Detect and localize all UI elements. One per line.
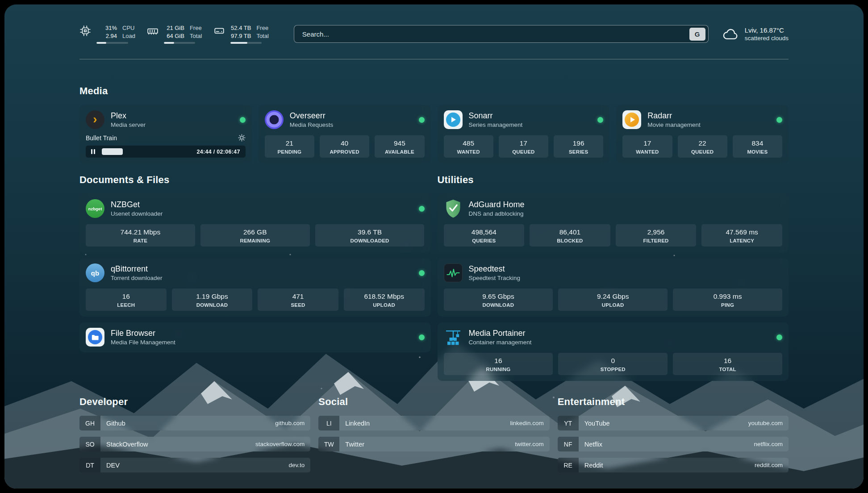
stat-seed: 471 SEED	[258, 288, 338, 311]
service-card-nzbget[interactable]: nzbget NZBGet Usenet downloader 744.21 M…	[79, 194, 431, 252]
section-title-media: Media	[79, 85, 789, 97]
sonarr-icon	[444, 110, 463, 129]
service-subtitle: Media Requests	[290, 121, 334, 128]
service-subtitle: Speedtest Tracking	[469, 275, 521, 281]
ram-icon	[147, 25, 159, 37]
stat-queued: 17 QUEUED	[499, 135, 548, 158]
cpu-chip-icon	[79, 25, 91, 37]
search-input[interactable]	[301, 30, 689, 38]
section-title-entertainment: Entertainment	[558, 396, 789, 408]
service-card-qbittorrent[interactable]: qb qBittorrent Torrent downloader 16 LEE…	[79, 258, 431, 317]
service-card-plex[interactable]: › Plex Media server Bullet Train	[79, 105, 252, 163]
memory-total: 64 GiB	[164, 32, 184, 40]
bookmark-stackoverflow[interactable]: SO StackOverflow stackoverflow.com	[79, 437, 310, 451]
section-title-utilities: Utilities	[438, 174, 789, 186]
bookmark-url: reddit.com	[755, 458, 789, 472]
file-browser-icon	[86, 328, 104, 347]
bookmark-url: linkedin.com	[510, 416, 550, 430]
section-title-social: Social	[318, 396, 549, 408]
search-provider-button[interactable]: G	[689, 28, 705, 41]
service-name: Speedtest	[469, 264, 521, 274]
status-dot	[240, 117, 246, 123]
bookmark-abbr: GH	[79, 416, 100, 430]
section-media: Media › Plex Media server Bullet Train	[79, 85, 789, 163]
topbar-divider	[79, 59, 789, 59]
service-subtitle: DNS and adblocking	[469, 210, 525, 217]
disk-usage-fill	[230, 42, 247, 44]
weather-condition: scattered clouds	[745, 34, 789, 42]
stat-approved: 40 APPROVED	[320, 135, 369, 158]
bookmark-reddit[interactable]: RE Reddit reddit.com	[558, 458, 789, 472]
bookmark-linkedin[interactable]: LI LinkedIn linkedin.com	[318, 416, 549, 430]
section-utilities: Utilities	[438, 174, 789, 381]
status-dot	[419, 334, 425, 340]
bookmark-abbr: YT	[558, 416, 579, 430]
pause-icon[interactable]	[91, 146, 95, 158]
bookmark-name: DEV	[100, 458, 289, 472]
service-card-sonarr[interactable]: Sonarr Series management 485 WANTED 17 Q…	[438, 105, 610, 163]
hard-drive-icon	[213, 25, 225, 37]
topbar: 31% 2.94 CPU Load	[79, 24, 789, 44]
section-documents: Documents & Files nzbget NZBGet Usenet d…	[79, 174, 431, 381]
service-name: NZBGet	[111, 200, 163, 209]
stat-total: 16 TOTAL	[673, 353, 782, 375]
stat-filtered: 2,956 FILTERED	[616, 224, 697, 246]
service-card-media-portainer[interactable]: Media Portainer Container management 16 …	[438, 322, 789, 381]
service-card-radarr[interactable]: Radarr Movie management 17 WANTED 22 QUE…	[616, 105, 789, 163]
service-card-file-browser[interactable]: File Browser Media File Management	[79, 322, 431, 352]
disk-label-bottom: Total	[256, 32, 268, 40]
bookmark-name: Twitter	[339, 437, 515, 451]
service-subtitle: Container management	[469, 339, 532, 346]
dashboard: 31% 2.94 CPU Load	[4, 4, 864, 489]
bookmark-abbr: TW	[318, 437, 339, 451]
service-card-overseerr[interactable]: Overseerr Media Requests 21 PENDING 40 A…	[259, 105, 431, 163]
stat-running: 16 RUNNING	[444, 353, 553, 375]
status-dot	[419, 270, 425, 276]
bookmark-url: netflix.com	[754, 437, 789, 451]
page-content: 31% 2.94 CPU Load	[4, 4, 864, 489]
stat-queries: 498,564 QUERIES	[444, 224, 525, 246]
stat-remaining: 266 GB REMAINING	[200, 224, 310, 246]
section-title-documents: Documents & Files	[79, 174, 431, 186]
memory-label-bottom: Total	[190, 32, 202, 40]
stat-wanted: 485 WANTED	[444, 135, 493, 158]
cpu-widget: 31% 2.94 CPU Load	[79, 24, 135, 44]
memory-usage-fill	[164, 42, 174, 44]
bookmark-abbr: SO	[79, 437, 100, 451]
service-name: Sonarr	[469, 111, 523, 121]
bookmark-name: StackOverflow	[100, 437, 255, 451]
bookmark-twitter[interactable]: TW Twitter twitter.com	[318, 437, 549, 451]
service-subtitle: Usenet downloader	[111, 210, 163, 217]
service-subtitle: Media File Management	[111, 339, 175, 346]
memory-usage-bar	[164, 42, 195, 44]
cpu-load: 2.94	[96, 32, 117, 40]
playback-time: 24:44 / 02:06:47	[197, 149, 240, 155]
stat-series: 196 SERIES	[554, 135, 603, 158]
bookmark-netflix[interactable]: NF Netflix netflix.com	[558, 437, 789, 451]
stat-leech: 16 LEECH	[86, 288, 167, 311]
weather-location-temp: Lviv, 16.87°C	[745, 26, 789, 35]
service-name: qBittorrent	[111, 264, 163, 274]
service-name: Radarr	[647, 111, 701, 121]
bookmark-youtube[interactable]: YT YouTube youtube.com	[558, 416, 789, 430]
playback-progress-bar: 24:44 / 02:06:47	[86, 146, 246, 158]
cpu-label-bottom: Load	[122, 32, 135, 40]
stat-download: 1.19 Gbps DOWNLOAD	[172, 288, 253, 311]
service-subtitle: Media server	[111, 121, 146, 128]
bookmark-github[interactable]: GH Github github.com	[79, 416, 310, 430]
bookmark-abbr: LI	[318, 416, 339, 430]
cpu-usage-fill	[96, 42, 106, 44]
bookmark-dev[interactable]: DT DEV dev.to	[79, 458, 310, 472]
screen-frame: 31% 2.94 CPU Load	[0, 0, 868, 493]
overseerr-icon	[265, 110, 284, 129]
stat-ping: 0.993 ms PING	[673, 288, 782, 311]
plex-icon: ›	[86, 110, 104, 129]
search-box: G	[294, 25, 709, 43]
service-card-speedtest[interactable]: Speedtest Speedtest Tracking 9.65 Gbps D…	[438, 258, 789, 317]
stat-downloaded: 39.6 TB DOWNLOADED	[315, 224, 425, 246]
service-subtitle: Series management	[469, 121, 523, 128]
gear-icon[interactable]	[238, 134, 246, 142]
bookmark-name: Github	[100, 416, 275, 430]
service-card-adguard-home[interactable]: AdGuard Home DNS and adblocking 498,564 …	[438, 194, 789, 252]
stat-upload: 9.24 Gbps UPLOAD	[558, 288, 668, 311]
